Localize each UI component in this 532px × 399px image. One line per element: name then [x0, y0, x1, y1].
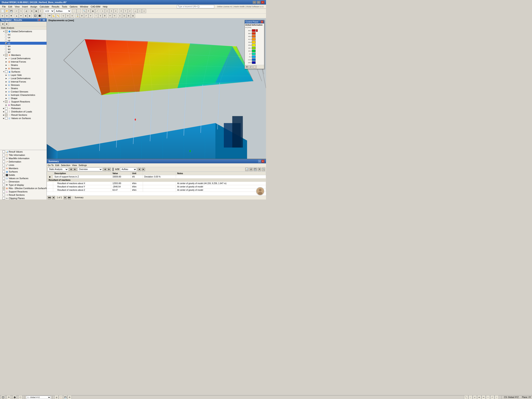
menu-options[interactable]: Options — [68, 5, 79, 8]
tree-surfaces[interactable]: ▼ ▣ Surfaces — [0, 70, 47, 73]
tb44[interactable]: ⟲ — [112, 14, 117, 18]
check-result-values[interactable] — [2, 151, 5, 153]
summary-view-next-btn[interactable]: ▶ — [108, 168, 111, 171]
tb19[interactable]: ◇ — [142, 9, 146, 13]
tb22[interactable]: ✱ — [9, 14, 13, 18]
tree-members-strains[interactable]: ▶ ≈ Strains — [0, 63, 47, 67]
check-surfaces[interactable] — [5, 70, 7, 73]
radio-global-uy[interactable] — [5, 39, 7, 41]
new-btn[interactable]: 📄 — [0, 9, 5, 13]
tree-members-forces[interactable]: ▶ ⇶ Internal Forces — [0, 60, 47, 63]
tree-global-pz[interactable]: φz — [0, 51, 47, 53]
tree-surf-shape[interactable]: ▶ ⬡ Shape — [0, 97, 47, 100]
expand-surf-forces[interactable]: ▶ — [5, 80, 7, 83]
save-btn[interactable]: 💾 — [9, 9, 13, 13]
tb8[interactable]: ◉ — [91, 9, 95, 13]
tree-surf-local[interactable]: ▶ ↗ Local Deformations — [0, 77, 47, 80]
summary-table-container[interactable]: Description Value Unit Notes ▶ Sum of su… — [47, 172, 266, 196]
tree-surf-stresses[interactable]: ▶ ⊞ Stresses — [0, 83, 47, 87]
redo-btn[interactable]: ↪ — [19, 9, 23, 13]
tree-global-uy[interactable]: uy — [0, 39, 47, 42]
summary-minimize-btn[interactable]: − — [258, 160, 261, 163]
expand-releases[interactable]: ▶ — [2, 107, 5, 109]
tb7[interactable]: ✕ — [86, 9, 91, 13]
tb4[interactable]: ← — [72, 9, 76, 13]
print-btn[interactable]: 🖨 — [24, 9, 28, 13]
tb17[interactable]: △ — [133, 9, 137, 13]
tree-values-surfaces[interactable]: ▶ ⊡ Values on Surfaces — [0, 117, 47, 120]
tb36[interactable]: ⌛ — [76, 14, 80, 18]
cp-settings-btn[interactable]: ⚙ — [245, 65, 248, 68]
tree-surf-contact[interactable]: ▶ ⊗ Contact Stresses — [0, 90, 47, 93]
tb20[interactable]: ⊕ — [0, 14, 5, 18]
tb41[interactable]: Ⅱ — [98, 14, 102, 18]
radio-global-pz[interactable] — [5, 51, 7, 53]
menu-window[interactable]: Window — [79, 5, 89, 8]
check-ribs[interactable] — [2, 187, 5, 190]
3d-viewport[interactable]: Displacements uz [mm] — [47, 18, 266, 200]
nav-pin-btn[interactable]: 📌 — [37, 19, 41, 21]
tb5[interactable]: → — [77, 9, 81, 13]
lc-combo[interactable]: GLC2 — [44, 9, 54, 13]
tb37[interactable]: ⚙ — [80, 14, 84, 18]
menu-tools[interactable]: Tools — [60, 5, 68, 8]
page-last-btn[interactable]: ▶▶ — [68, 196, 71, 199]
open-btn[interactable]: 📂 — [5, 9, 9, 13]
expand-surf-local[interactable]: ▶ — [5, 77, 7, 80]
expand-surf-contact[interactable]: ▶ — [5, 90, 7, 93]
check-result-sections-nav[interactable] — [2, 194, 5, 196]
tb48[interactable]: ⊠ — [131, 14, 135, 18]
tb18[interactable]: □ — [138, 9, 142, 13]
nav-bottom-surfaces[interactable]: ▣ Surfaces — [0, 170, 47, 173]
tb25[interactable]: ◀ — [23, 14, 27, 18]
cp-close-btn[interactable]: ✕ — [261, 21, 263, 23]
nav-bottom-result-sections[interactable]: ⊣ Result Sections — [0, 193, 47, 196]
tb47[interactable]: ⊞ — [127, 14, 131, 18]
tree-members[interactable]: ▼ ⚙ Members — [0, 53, 47, 57]
search-input[interactable] — [177, 5, 214, 8]
tb29[interactable]: ⬜ — [42, 14, 46, 18]
nav-bottom-clipping-planes[interactable]: ✂ Clipping Planes — [0, 196, 47, 200]
summary-close-btn[interactable]: ✕ — [261, 160, 264, 163]
nav-toolbar-btn2[interactable]: ▶ — [5, 22, 9, 26]
navigator-tree[interactable]: ▼ 🔷 Global Deformations |u| ux uy — [0, 30, 47, 150]
tree-global-u[interactable]: |u| — [0, 33, 47, 36]
tree-members-stresses[interactable]: ▶ ⊞ Stresses — [0, 67, 47, 70]
expand-members[interactable]: ▼ — [2, 54, 5, 56]
summary-lc-prev-btn[interactable]: ◀ — [138, 168, 141, 171]
tree-releases[interactable]: ▶ ⊸ Releases — [0, 107, 47, 110]
tb3[interactable]: ≡ — [38, 9, 43, 13]
menu-cadbim[interactable]: CAD-BIM — [89, 5, 101, 8]
tb1[interactable]: ⊞ — [30, 9, 34, 13]
summary-toolbar-btn1[interactable]: 📊 — [245, 168, 248, 171]
expand-members-local[interactable]: ▶ — [5, 57, 7, 60]
tb43[interactable]: ⟳ — [108, 14, 112, 18]
nav-toolbar-btn1[interactable]: ◀ — [0, 22, 5, 26]
tree-members-local[interactable]: ▶ ↗ Local Deformations — [0, 57, 47, 60]
nav-bottom-result-values[interactable]: 📊 Result Values — [0, 150, 47, 153]
menu-view[interactable]: View — [13, 5, 21, 8]
tree-surf-strains[interactable]: ▶ ≈ Strains — [0, 87, 47, 90]
cp-expand-btn[interactable]: ⤢ — [249, 65, 252, 68]
nav-bottom-dimension[interactable]: ↔ Dimension — [0, 180, 47, 183]
page-prev-btn[interactable]: ◀ — [52, 196, 55, 199]
menu-edit[interactable]: Edit — [7, 5, 13, 8]
page-first-btn[interactable]: ◀◀ — [48, 196, 51, 199]
tb40[interactable]: Ⅰ — [94, 14, 98, 18]
tree-global-uz[interactable]: uz — [0, 42, 47, 45]
expand-members-strains[interactable]: ▶ — [5, 64, 7, 66]
check-releases[interactable] — [5, 107, 7, 109]
summary-analysis-combo[interactable]: Static Analysis — [48, 167, 68, 171]
menu-results[interactable]: Results — [51, 5, 61, 8]
tree-distribution-loads[interactable]: ▶ ↧ Distribution of Loads — [0, 110, 47, 113]
check-solids[interactable] — [2, 174, 5, 176]
summary-toolbar-btn4[interactable]: ⚙ — [258, 168, 261, 171]
undo-btn[interactable]: ↩ — [14, 9, 19, 13]
tb46[interactable]: ⊟ — [122, 14, 126, 18]
summary-menu-settings[interactable]: Settings — [79, 164, 87, 166]
tree-result-sections[interactable]: ▶ ⊣ Result Sections — [0, 113, 47, 117]
tb2[interactable]: ▦ — [34, 9, 38, 13]
tree-global-py[interactable]: φy — [0, 48, 47, 51]
expand-result-sections[interactable]: ▶ — [2, 114, 5, 116]
check-dimension[interactable] — [2, 180, 5, 183]
